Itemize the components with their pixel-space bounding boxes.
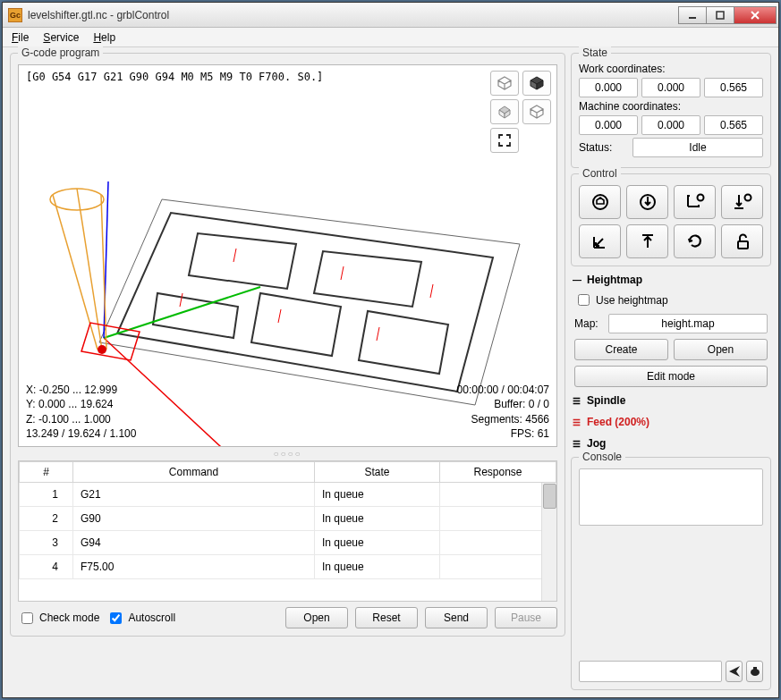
svg-point-20 — [98, 345, 106, 354]
gcode-group: G-code program [G0 G54 G17 G21 G90 G94 M… — [10, 53, 565, 637]
titlebar[interactable]: Gc levelshifter.gtl.nc - grblControl — [3, 3, 778, 28]
check-mode-checkbox[interactable]: Check mode — [18, 610, 99, 627]
svg-point-27 — [744, 195, 751, 201]
table-row: 3G94In queue — [20, 531, 556, 555]
map-file-field[interactable]: height.map — [608, 314, 768, 333]
gcode-viewport[interactable]: [G0 G54 G17 G21 G90 G94 M0 M5 M9 T0 F700… — [18, 64, 557, 447]
menu-file[interactable]: File — [6, 30, 34, 46]
machine-y: 0.000 — [641, 115, 700, 135]
work-z: 0.565 — [704, 78, 763, 97]
svg-line-5 — [180, 293, 183, 307]
console-output[interactable] — [579, 468, 763, 526]
pause-button[interactable]: Pause — [495, 607, 557, 628]
maximize-button[interactable] — [706, 6, 734, 24]
work-coords-label: Work coordinates: — [579, 63, 763, 75]
reset-grbl-button[interactable] — [674, 224, 716, 258]
status-value: Idle — [632, 138, 763, 157]
gcode-legend: G-code program — [18, 46, 103, 59]
gcode-table[interactable]: # Command State Response 1G21In queue 2G… — [18, 460, 557, 602]
table-row: 2G90In queue — [20, 507, 556, 531]
svg-line-10 — [430, 284, 433, 298]
app-icon: Gc — [8, 8, 22, 22]
window-title: levelshifter.gtl.nc - grblControl — [28, 9, 679, 21]
svg-point-24 — [697, 195, 703, 201]
svg-rect-30 — [738, 241, 748, 249]
map-label: Map: — [574, 317, 605, 330]
heightmap-edit-button[interactable]: Edit mode — [574, 366, 768, 387]
view-fit-button[interactable] — [490, 128, 519, 153]
zero-z-button[interactable] — [721, 185, 763, 219]
open-button[interactable]: Open — [285, 607, 348, 628]
machine-z: 0.565 — [704, 115, 763, 135]
menu-service[interactable]: Service — [38, 30, 84, 46]
control-group: Control — [571, 173, 771, 266]
close-button[interactable] — [734, 6, 777, 24]
svg-line-7 — [377, 327, 379, 341]
autoscroll-checkbox[interactable]: Autoscroll — [106, 610, 175, 627]
reset-button[interactable]: Reset — [355, 607, 418, 628]
console-group: Console — [571, 457, 771, 690]
state-group: State Work coordinates: 0.000 0.000 0.56… — [571, 53, 771, 168]
minimize-button[interactable] — [678, 6, 707, 24]
heightmap-open-button[interactable]: Open — [674, 339, 768, 360]
col-command[interactable]: Command — [73, 462, 315, 483]
console-input[interactable] — [579, 661, 722, 682]
view-iso-button[interactable] — [490, 71, 519, 96]
status-label: Status: — [579, 141, 629, 154]
col-state[interactable]: State — [315, 462, 440, 483]
table-row: 4F75.00In queue — [20, 555, 556, 579]
svg-line-6 — [278, 309, 281, 323]
table-scrollbar[interactable] — [541, 483, 556, 601]
svg-rect-1 — [717, 12, 724, 19]
viewport-stats: 00:00:00 / 00:04:07 Buffer: 0 / 0 Segmen… — [457, 383, 549, 441]
view-iso-solid-button[interactable] — [522, 71, 551, 96]
jog-section-toggle[interactable]: ☰Jog — [571, 435, 771, 451]
spindle-section-toggle[interactable]: ☰Spindle — [571, 392, 771, 409]
heightmap-create-button[interactable]: Create — [574, 339, 668, 360]
menu-help[interactable]: Help — [88, 30, 121, 46]
table-row: 1G21In queue — [20, 483, 556, 507]
svg-line-16 — [53, 195, 98, 350]
send-button[interactable]: Send — [425, 607, 488, 628]
use-heightmap-checkbox[interactable]: Use heightmap — [574, 291, 768, 308]
machine-coords-label: Machine coordinates: — [579, 100, 763, 113]
home-button[interactable] — [579, 185, 621, 219]
feed-section-toggle[interactable]: ☰Feed (200%) — [571, 414, 771, 430]
unlock-button[interactable] — [721, 224, 763, 258]
console-clear-button[interactable] — [746, 661, 763, 682]
splitter-handle[interactable]: ○○○○ — [18, 449, 557, 459]
goto-origin-button[interactable] — [579, 224, 621, 258]
svg-rect-32 — [753, 667, 757, 670]
machine-x: 0.000 — [579, 115, 638, 135]
work-y: 0.000 — [641, 78, 700, 97]
menubar: File Service Help — [3, 28, 778, 47]
col-num[interactable]: # — [20, 462, 73, 483]
work-x: 0.000 — [579, 78, 638, 97]
svg-line-14 — [104, 181, 108, 338]
console-send-button[interactable] — [726, 661, 743, 682]
safe-z-button[interactable] — [626, 224, 668, 258]
heightmap-section-toggle[interactable]: —Heightmap — [573, 272, 769, 288]
zero-xy-button[interactable] — [674, 185, 716, 219]
view-front-button[interactable] — [522, 99, 551, 124]
svg-line-9 — [341, 266, 344, 280]
view-top-button[interactable] — [490, 99, 519, 124]
probe-z-button[interactable] — [626, 185, 668, 219]
col-response[interactable]: Response — [440, 462, 556, 483]
viewport-extents: X: -0.250 ... 12.999 Y: 0.000 ... 19.624… — [26, 383, 136, 441]
app-window: Gc levelshifter.gtl.nc - grblControl Fil… — [2, 2, 779, 698]
svg-line-8 — [233, 249, 236, 262]
